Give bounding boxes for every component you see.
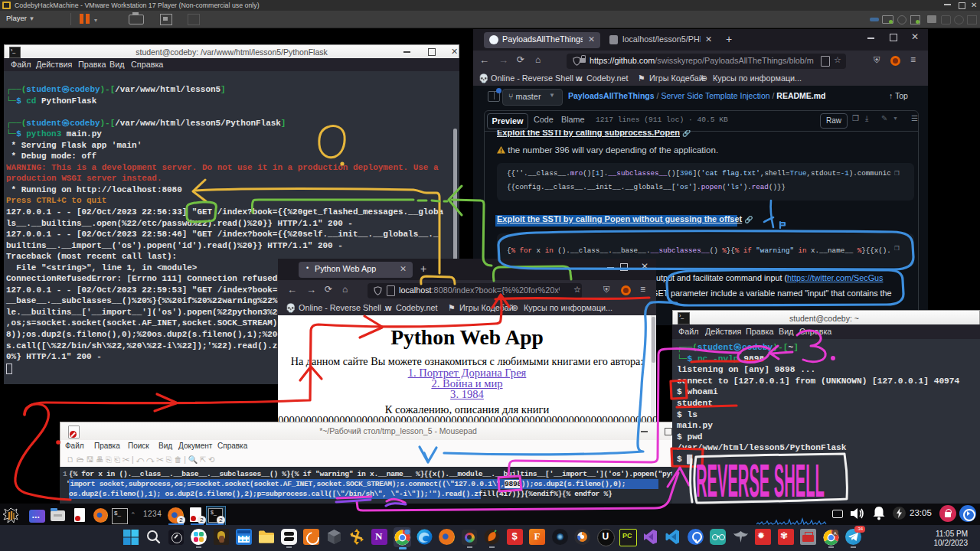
svg-text:A: A [834,531,837,536]
